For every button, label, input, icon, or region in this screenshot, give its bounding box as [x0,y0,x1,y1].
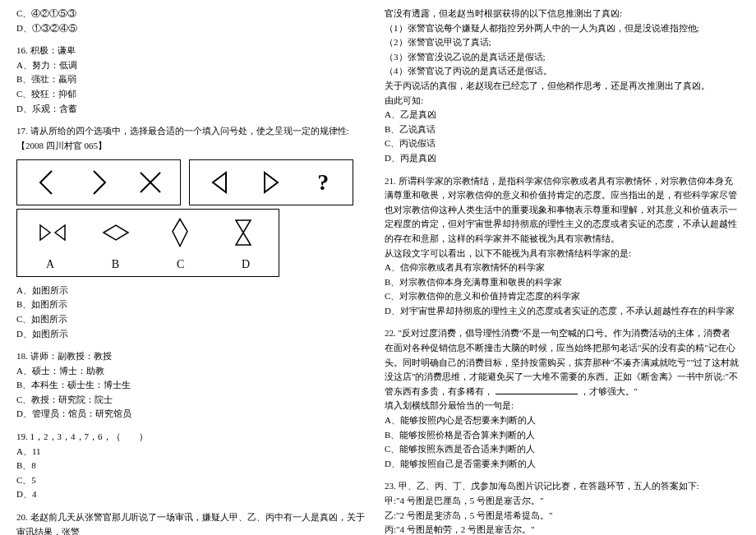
q16-stem: 16. 积极：谦卑 [16,44,371,58]
q22-l2: 填入划横线部分最恰当的一句是: [385,399,740,413]
q20-cont-l4: （3）张警官没说乙说的是真话还是假话; [385,50,740,65]
q22-opt-d: D、能够按照自己是否需要来判断的人 [385,457,740,472]
q17-stem: 17. 请从所给的四个选项中，选择最合适的一个填入问号处，使之呈现一定的规律性:… [16,124,371,153]
q18-opt-d: D、管理员：馆员：研究馆员 [16,407,371,422]
q20-cont-l5: （4）张警官说了丙说的是真话还是假话。 [385,64,740,79]
q22-blank [496,394,578,394]
q22-opt-a: A、能够按照内心是否想要来判断的人 [385,413,740,428]
q21-stem: 21. 所谓科学家的宗教情结，是指科学家信仰宗教或者具有宗教情怀，对宗教信仰本身… [385,174,740,247]
q17-opt-b: B、如图所示 [16,297,371,312]
q20-cont-l2: （1）张警官说每个嫌疑人都指控另外两人中的一人为真凶，但是没说谁指控他; [385,21,740,36]
shape-triangle-left [205,168,234,197]
shape-right-chevron [84,168,113,197]
q16-opt-b: B、强壮：羸弱 [16,72,371,87]
q17-opt-c: C、如图所示 [16,312,371,327]
q22-opt-c: C、能够按照东西是否合适来判断的人 [385,442,740,457]
shape-opt-d [228,218,258,247]
shape-x-cross [136,168,165,197]
q21-opt-a: A、信仰宗教或者具有宗教情怀的科学家 [385,261,740,275]
q20-opt-b: B、乙说真话 [385,122,740,137]
q19-stem: 19. 1，2，3，4，7，6，（ ） [16,430,371,445]
q20-opt-a: A、乙是真凶 [385,108,740,122]
q23-l1: 甲:"4 号图是巴厘岛，5 号图是塞舌尔。" [385,494,740,509]
shape-left-chevron [32,168,62,197]
q22-stem: 22. "反对过度消费，倡导理性消费"不是一句空喊的口号。作为消费活动的主体，消… [385,326,740,399]
fig-options-box: A B C D [16,209,279,276]
q20-cont-l6: 关于丙说话的真假，老赵现在已经忘了，但他稍作思考，还是再次推测出了真凶。 [385,79,740,94]
q17-opt-d: D、如图所示 [16,327,371,342]
q20-stem: 20. 老赵前几天从张警官那儿听说了一场审讯，嫌疑人甲、乙、丙中有一人是真凶，关… [16,510,371,535]
fig-label-a: A [46,256,54,274]
q23-l3: 丙:"4 号图是帕劳，2 号图是塞舌尔。" [385,523,740,535]
fig-box-right: ? [189,159,353,205]
q21-l2: 从这段文字可以看出，以下不能视为具有宗教情结科学家的是: [385,247,740,261]
fig-label-d: D [242,256,250,274]
q20-opt-d: D、丙是真凶 [385,151,740,166]
shape-opt-a [38,218,67,247]
q21-opt-c: C、对宗教信仰的意义和价值持肯定态度的科学家 [385,289,740,304]
q19-opt-c: C、5 [16,473,371,488]
q18-opt-b: B、本科生：硕士生：博士生 [16,378,371,393]
q15-opt-c: C、④②①⑤③ [16,7,371,21]
shape-triangle-right [256,168,286,197]
q16-opt-c: C、狡狂：抑郁 [16,87,371,102]
q17-figure: ? [16,159,371,276]
fig-label-c: C [177,256,184,274]
fig-box-left [16,159,181,205]
shape-opt-c [165,218,195,247]
q22-opt-b: B、能够按照价格是否合算来判断的人 [385,428,740,443]
q18-opt-a: A、硕士：博士：助教 [16,364,371,379]
q20-opt-c: C、丙说假话 [385,136,740,151]
q17-opt-a: A、如图所示 [16,284,371,298]
q15-opt-d: D、①③②④⑤ [16,21,371,36]
fig-label-b: B [112,256,119,274]
q19-opt-b: B、8 [16,459,371,473]
shape-opt-b [101,218,131,247]
q23-stem: 23. 甲、乙、丙、丁、戊参加海岛图片识记比赛，在答题环节，五人的答案如下: [385,479,740,494]
q20-cont-l1: 官没有透露，但老赵当时根据获得的以下信息推测出了真凶: [385,7,740,21]
q18-opt-c: C、教授：研究院：院士 [16,393,371,408]
shape-question: ? [308,168,338,197]
q19-opt-d: D、4 [16,487,371,502]
q16-opt-a: A、努力：低调 [16,58,371,73]
q20-cont-l7: 由此可知: [385,94,740,108]
q23-l2: 乙:"2 号图是斐济岛，5 号图是塔希提岛。" [385,509,740,523]
q18-stem: 18. 讲师：副教授：教授 [16,349,371,364]
q20-cont-l3: （2）张警官说甲说了真话; [385,35,740,50]
q21-opt-b: B、对宗教信仰本身充满尊重和敬畏的科学家 [385,275,740,290]
q19-opt-a: A、11 [16,445,371,459]
q16-opt-d: D、乐观：含蓄 [16,102,371,117]
q21-opt-d: D、对宇宙世界却持彻底的理性主义的态度或者实证的态度，不承认超越性存在的科学家 [385,304,740,319]
